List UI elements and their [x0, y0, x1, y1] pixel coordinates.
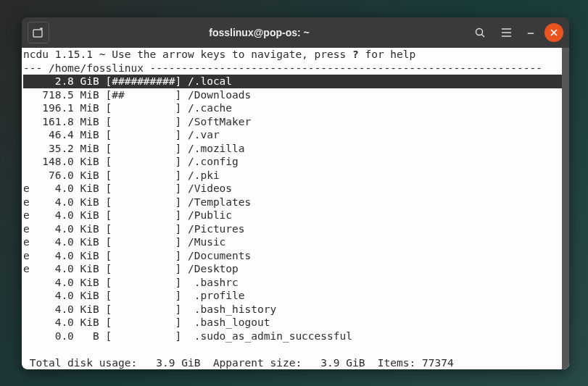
ncdu-row[interactable]: 76.0 KiB [ ] /.pki [23, 169, 568, 182]
ncdu-row[interactable]: 35.2 MiB [ ] /.mozilla [23, 142, 568, 156]
minimize-button[interactable]: – [521, 23, 540, 42]
ncdu-row[interactable]: e 4.0 KiB [ ] /Public [23, 209, 568, 222]
ncdu-header-post: for help [359, 49, 416, 60]
ncdu-row[interactable]: 4.0 KiB [ ] .bash_logout [23, 316, 568, 330]
new-tab-icon [33, 28, 44, 38]
ncdu-row[interactable]: 2.8 GiB [##########] /.local [23, 75, 568, 88]
ncdu-status: Total disk usage: 3.9 GiB Apparent size:… [23, 356, 568, 370]
hamburger-icon [501, 28, 512, 37]
ncdu-row[interactable]: e 4.0 KiB [ ] /Videos [23, 182, 568, 196]
terminal-scrollbar[interactable] [562, 48, 569, 369]
ncdu-row[interactable]: 196.1 MiB [ ] /.cache [23, 101, 568, 115]
ncdu-row[interactable]: e 4.0 KiB [ ] /Desktop [23, 262, 568, 276]
ncdu-row[interactable]: 0.0 B [ ] .sudo_as_admin_successful [23, 330, 568, 343]
terminal-body[interactable]: ncdu 1.15.1 ~ Use the arrow keys to navi… [22, 48, 569, 369]
ncdu-rows[interactable]: 2.8 GiB [##########] /.local 718.5 MiB [… [23, 75, 568, 343]
new-tab-button[interactable] [28, 22, 49, 43]
svg-point-3 [476, 28, 482, 35]
ncdu-row[interactable]: 4.0 KiB [ ] .bashrc [23, 276, 568, 290]
titlebar[interactable]: fosslinux@pop-os: ~ – [22, 17, 569, 48]
terminal-content: ncdu 1.15.1 ~ Use the arrow keys to navi… [22, 48, 569, 369]
ncdu-blank [23, 343, 568, 356]
ncdu-row[interactable]: 148.0 KiB [ ] /.config [23, 155, 568, 169]
terminal-window: fosslinux@pop-os: ~ – ncdu 1.15.1 ~ Use … [22, 17, 569, 369]
minimize-icon: – [528, 27, 534, 38]
ncdu-row[interactable]: e 4.0 KiB [ ] /Documents [23, 249, 568, 263]
close-icon [550, 29, 558, 36]
menu-button[interactable] [495, 22, 517, 43]
ncdu-row[interactable]: 718.5 MiB [## ] /Downloads [23, 88, 568, 102]
search-icon [475, 28, 486, 38]
ncdu-row[interactable]: 4.0 KiB [ ] .bash_history [23, 303, 568, 316]
ncdu-row[interactable]: e 4.0 KiB [ ] /Templates [23, 196, 568, 209]
svg-line-4 [481, 34, 484, 37]
ncdu-row[interactable]: 46.4 MiB [ ] /.var [23, 128, 568, 142]
window-title: fosslinux@pop-os: ~ [54, 27, 465, 38]
ncdu-row[interactable]: 4.0 KiB [ ] .profile [23, 289, 568, 303]
close-button[interactable] [544, 23, 563, 42]
titlebar-right: – [469, 22, 563, 43]
search-button[interactable] [469, 22, 491, 43]
ncdu-path: --- /home/fosslinux --------------------… [23, 62, 568, 75]
ncdu-row[interactable]: 161.8 MiB [ ] /SoftMaker [23, 115, 568, 129]
ncdu-help-key: ? [352, 49, 359, 60]
ncdu-row[interactable]: e 4.0 KiB [ ] /Pictures [23, 222, 568, 236]
svg-rect-0 [33, 30, 42, 37]
ncdu-header: ncdu 1.15.1 ~ Use the arrow keys to navi… [23, 48, 568, 62]
ncdu-header-pre: ncdu 1.15.1 ~ Use the arrow keys to navi… [23, 49, 352, 60]
ncdu-row[interactable]: e 4.0 KiB [ ] /Music [23, 235, 568, 249]
